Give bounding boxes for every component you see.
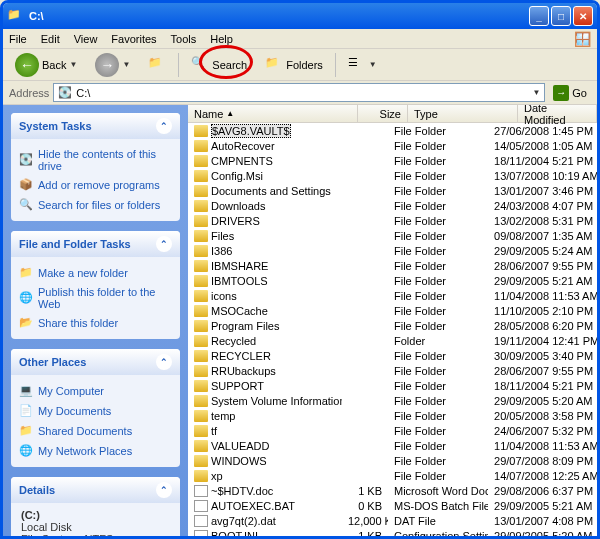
menu-tools[interactable]: Tools <box>171 33 197 45</box>
search-button[interactable]: 🔍 Search <box>185 54 253 76</box>
forward-button[interactable]: → ▼ <box>89 51 136 79</box>
file-row[interactable]: Config.MsiFile Folder13/07/2008 10:19 AM <box>188 168 597 183</box>
file-type: File Folder <box>388 125 488 137</box>
file-row[interactable]: BOOT.INI1 KBConfiguration Settings29/09/… <box>188 528 597 536</box>
file-date: 28/06/2007 9:55 PM <box>488 260 597 272</box>
hide-contents-link[interactable]: 💽Hide the contents of this drive <box>19 145 172 175</box>
file-row[interactable]: MSOCacheFile Folder11/10/2005 2:10 PM <box>188 303 597 318</box>
share-folder-link[interactable]: 📂Share this folder <box>19 313 172 333</box>
file-list[interactable]: $AVG8.VAULT$File Folder27/06/2008 1:45 P… <box>188 123 597 536</box>
file-name: Downloads <box>211 200 265 212</box>
file-date: 11/04/2008 11:53 AM <box>488 440 597 452</box>
file-row[interactable]: Documents and SettingsFile Folder13/01/2… <box>188 183 597 198</box>
file-row[interactable]: IBMSHAREFile Folder28/06/2007 9:55 PM <box>188 258 597 273</box>
col-size[interactable]: Size <box>358 105 408 122</box>
details-drive-name: (C:) <box>21 509 170 521</box>
file-row[interactable]: AUTOEXEC.BAT0 KBMS-DOS Batch File29/09/2… <box>188 498 597 513</box>
menu-help[interactable]: Help <box>210 33 233 45</box>
close-button[interactable]: ✕ <box>573 6 593 26</box>
system-tasks-header[interactable]: System Tasks ⌃ <box>11 113 180 139</box>
file-date: 13/07/2008 10:19 AM <box>488 170 597 182</box>
forward-dropdown-icon[interactable]: ▼ <box>122 60 130 69</box>
file-type: File Folder <box>388 230 488 242</box>
file-icon <box>194 500 208 512</box>
collapse-icon[interactable]: ⌃ <box>156 236 172 252</box>
file-type: File Folder <box>388 185 488 197</box>
collapse-icon[interactable]: ⌃ <box>156 482 172 498</box>
file-type: File Folder <box>388 305 488 317</box>
address-input[interactable]: 💽 C:\ ▼ <box>53 83 545 102</box>
menu-edit[interactable]: Edit <box>41 33 60 45</box>
file-type: MS-DOS Batch File <box>388 500 488 512</box>
search-files-link[interactable]: 🔍Search for files or folders <box>19 195 172 215</box>
file-row[interactable]: CMPNENTSFile Folder18/11/2004 5:21 PM <box>188 153 597 168</box>
file-row[interactable]: FilesFile Folder09/08/2007 1:35 AM <box>188 228 597 243</box>
other-places-header[interactable]: Other Places ⌃ <box>11 349 180 375</box>
network-places-link[interactable]: 🌐My Network Places <box>19 441 172 461</box>
address-dropdown-icon[interactable]: ▼ <box>532 88 540 97</box>
menu-file[interactable]: File <box>9 33 27 45</box>
file-row[interactable]: Program FilesFile Folder28/05/2008 6:20 … <box>188 318 597 333</box>
minimize-button[interactable]: _ <box>529 6 549 26</box>
file-row[interactable]: I386File Folder29/09/2005 5:24 AM <box>188 243 597 258</box>
details-header[interactable]: Details ⌃ <box>11 477 180 503</box>
file-type: File Folder <box>388 380 488 392</box>
go-button[interactable]: → Go <box>549 84 591 102</box>
computer-icon: 💻 <box>19 384 33 398</box>
panel-title: File and Folder Tasks <box>19 238 131 250</box>
col-name[interactable]: Name ▲ <box>188 105 358 122</box>
collapse-icon[interactable]: ⌃ <box>156 354 172 370</box>
views-dropdown-icon[interactable]: ▼ <box>369 60 377 69</box>
file-row[interactable]: DownloadsFile Folder24/03/2008 4:07 PM <box>188 198 597 213</box>
file-row[interactable]: ~$HDTV.doc1 KBMicrosoft Word Doc...29/08… <box>188 483 597 498</box>
file-size: 0 KB <box>342 500 388 512</box>
back-arrow-icon: ← <box>15 53 39 77</box>
menu-favorites[interactable]: Favorites <box>111 33 156 45</box>
collapse-icon[interactable]: ⌃ <box>156 118 172 134</box>
folders-button[interactable]: 📁 Folders <box>259 54 329 76</box>
file-row[interactable]: avg7qt(2).dat12,000 KBDAT File13/01/2007… <box>188 513 597 528</box>
maximize-button[interactable]: □ <box>551 6 571 26</box>
file-row[interactable]: RECYCLERFile Folder30/09/2005 3:40 PM <box>188 348 597 363</box>
views-icon: ☰ <box>348 56 366 74</box>
file-type: File Folder <box>388 470 488 482</box>
folder-icon <box>194 470 208 482</box>
file-row[interactable]: xpFile Folder14/07/2008 12:25 AM <box>188 468 597 483</box>
publish-folder-link[interactable]: 🌐Publish this folder to the Web <box>19 283 172 313</box>
my-documents-link[interactable]: 📄My Documents <box>19 401 172 421</box>
search-icon: 🔍 <box>191 56 209 74</box>
file-row[interactable]: IBMTOOLSFile Folder29/09/2005 5:21 AM <box>188 273 597 288</box>
file-row[interactable]: iconsFile Folder11/04/2008 11:53 AM <box>188 288 597 303</box>
file-row[interactable]: RecycledFolder19/11/2004 12:41 PM <box>188 333 597 348</box>
back-button[interactable]: ← Back ▼ <box>9 51 83 79</box>
file-row[interactable]: System Volume InformationFile Folder29/0… <box>188 393 597 408</box>
file-row[interactable]: tempFile Folder20/05/2008 3:58 PM <box>188 408 597 423</box>
file-row[interactable]: DRIVERSFile Folder13/02/2008 5:31 PM <box>188 213 597 228</box>
col-type[interactable]: Type <box>408 105 518 122</box>
titlebar[interactable]: 📁 C:\ _ □ ✕ <box>3 3 597 29</box>
add-remove-programs-link[interactable]: 📦Add or remove programs <box>19 175 172 195</box>
file-row[interactable]: AutoRecoverFile Folder14/05/2008 1:05 AM <box>188 138 597 153</box>
file-row[interactable]: RRUbackupsFile Folder28/06/2007 9:55 PM <box>188 363 597 378</box>
menu-view[interactable]: View <box>74 33 98 45</box>
file-row[interactable]: tfFile Folder24/06/2007 5:32 PM <box>188 423 597 438</box>
views-button[interactable]: ☰ ▼ <box>342 54 383 76</box>
col-date[interactable]: Date Modified <box>518 105 597 122</box>
file-type: File Folder <box>388 320 488 332</box>
folder-icon <box>194 365 208 377</box>
file-type: File Folder <box>388 170 488 182</box>
shared-documents-link[interactable]: 📁Shared Documents <box>19 421 172 441</box>
make-folder-link[interactable]: 📁Make a new folder <box>19 263 172 283</box>
file-row[interactable]: $AVG8.VAULT$File Folder27/06/2008 1:45 P… <box>188 123 597 138</box>
file-folder-tasks-header[interactable]: File and Folder Tasks ⌃ <box>11 231 180 257</box>
folders-icon: 📁 <box>265 56 283 74</box>
my-computer-link[interactable]: 💻My Computer <box>19 381 172 401</box>
file-row[interactable]: VALUEADDFile Folder11/04/2008 11:53 AM <box>188 438 597 453</box>
file-name: temp <box>211 410 235 422</box>
file-date: 19/11/2004 12:41 PM <box>488 335 597 347</box>
up-button[interactable]: 📁 <box>142 54 172 76</box>
file-row[interactable]: SUPPORTFile Folder18/11/2004 5:21 PM <box>188 378 597 393</box>
file-row[interactable]: WINDOWSFile Folder29/07/2008 8:09 PM <box>188 453 597 468</box>
back-dropdown-icon[interactable]: ▼ <box>69 60 77 69</box>
folder-icon <box>194 395 208 407</box>
